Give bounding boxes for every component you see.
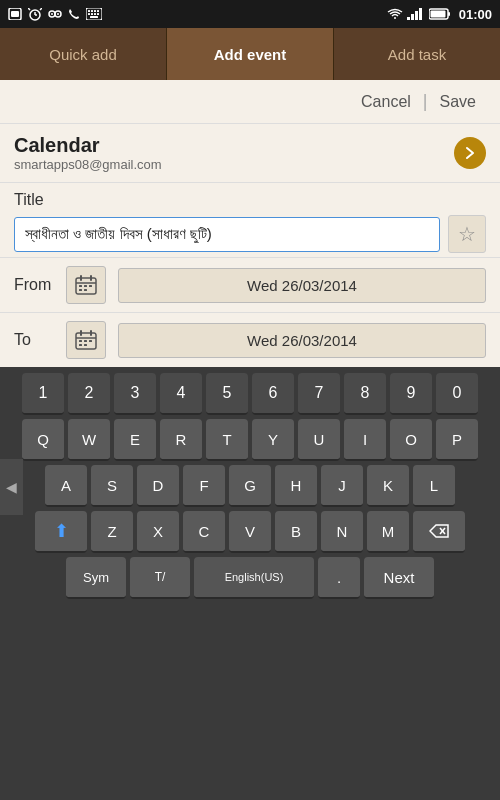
svg-rect-21 xyxy=(407,17,410,20)
status-icons-left xyxy=(8,8,102,21)
tab-bar: Quick add Add event Add task xyxy=(0,28,500,80)
language-key[interactable]: English(US) xyxy=(194,557,314,599)
keyboard-qwerty-row: Q W E R T Y U I O P xyxy=(4,419,496,461)
from-label: From xyxy=(14,276,54,294)
to-date-row: To Wed 26/03/2014 xyxy=(0,312,500,367)
key-6[interactable]: 6 xyxy=(252,373,294,415)
tripadvisor-icon xyxy=(48,8,62,20)
calendar-icon xyxy=(75,330,97,350)
key-m[interactable]: M xyxy=(367,511,409,553)
title-input[interactable] xyxy=(14,217,440,252)
key-q[interactable]: Q xyxy=(22,419,64,461)
key-o[interactable]: O xyxy=(390,419,432,461)
calendar-row: Calendar smartapps08@gmail.com xyxy=(0,124,500,183)
key-u[interactable]: U xyxy=(298,419,340,461)
cancel-button[interactable]: Cancel xyxy=(349,85,423,119)
svg-line-5 xyxy=(28,8,30,10)
next-key[interactable]: Next xyxy=(364,557,434,599)
calendar-email: smartapps08@gmail.com xyxy=(14,157,162,172)
key-r[interactable]: R xyxy=(160,419,202,461)
status-icons-right: 01:00 xyxy=(387,7,492,22)
key-5[interactable]: 5 xyxy=(206,373,248,415)
key-9[interactable]: 9 xyxy=(390,373,432,415)
backspace-key[interactable] xyxy=(413,511,465,553)
key-k[interactable]: K xyxy=(367,465,409,507)
svg-rect-33 xyxy=(84,285,87,287)
svg-rect-23 xyxy=(415,11,418,20)
tab-quick-add[interactable]: Quick add xyxy=(0,28,167,80)
svg-rect-43 xyxy=(89,340,92,342)
key-3[interactable]: 3 xyxy=(114,373,156,415)
to-date-value[interactable]: Wed 26/03/2014 xyxy=(118,323,486,358)
key-n[interactable]: N xyxy=(321,511,363,553)
svg-rect-20 xyxy=(90,16,98,18)
key-j[interactable]: J xyxy=(321,465,363,507)
keyboard: ◀ 1 2 3 4 5 6 7 8 9 0 Q W E R T Y U I O … xyxy=(0,367,500,607)
calendar-icon xyxy=(75,275,97,295)
chevron-right-icon xyxy=(465,146,475,160)
key-7[interactable]: 7 xyxy=(298,373,340,415)
calendar-arrow-button[interactable] xyxy=(454,137,486,169)
from-date-row: From Wed 26/03/2014 xyxy=(0,257,500,312)
status-bar: 01:00 xyxy=(0,0,500,28)
svg-rect-13 xyxy=(91,10,93,12)
wifi-icon xyxy=(387,8,403,20)
svg-rect-16 xyxy=(88,13,90,15)
svg-point-9 xyxy=(51,13,53,15)
svg-rect-24 xyxy=(419,8,422,20)
key-s[interactable]: S xyxy=(91,465,133,507)
keyboard-number-row: 1 2 3 4 5 6 7 8 9 0 xyxy=(4,373,496,415)
key-c[interactable]: C xyxy=(183,511,225,553)
star-button[interactable]: ☆ xyxy=(448,215,486,253)
from-calendar-button[interactable] xyxy=(66,266,106,304)
key-x[interactable]: X xyxy=(137,511,179,553)
svg-rect-34 xyxy=(89,285,92,287)
svg-rect-17 xyxy=(91,13,93,15)
key-w[interactable]: W xyxy=(68,419,110,461)
keyboard-bottom-row: Sym T/ English(US) . Next xyxy=(4,557,496,599)
key-f[interactable]: F xyxy=(183,465,225,507)
svg-rect-18 xyxy=(94,13,96,15)
key-b[interactable]: B xyxy=(275,511,317,553)
key-h[interactable]: H xyxy=(275,465,317,507)
to-calendar-button[interactable] xyxy=(66,321,106,359)
key-8[interactable]: 8 xyxy=(344,373,386,415)
key-t[interactable]: T xyxy=(206,419,248,461)
key-a[interactable]: A xyxy=(45,465,87,507)
backspace-icon xyxy=(429,524,449,538)
key-y[interactable]: Y xyxy=(252,419,294,461)
svg-rect-45 xyxy=(84,344,87,346)
save-button[interactable]: Save xyxy=(428,85,488,119)
key-d[interactable]: D xyxy=(137,465,179,507)
tab-add-event[interactable]: Add event xyxy=(167,28,334,80)
time-display: 01:00 xyxy=(459,7,492,22)
svg-rect-22 xyxy=(411,14,414,20)
key-4[interactable]: 4 xyxy=(160,373,202,415)
phone-icon xyxy=(68,8,80,20)
from-date-value[interactable]: Wed 26/03/2014 xyxy=(118,268,486,303)
key-z[interactable]: Z xyxy=(91,511,133,553)
key-i[interactable]: I xyxy=(344,419,386,461)
key-2[interactable]: 2 xyxy=(68,373,110,415)
svg-rect-44 xyxy=(79,344,82,346)
edit-icon-key[interactable]: T/ xyxy=(130,557,190,599)
key-v[interactable]: V xyxy=(229,511,271,553)
key-e[interactable]: E xyxy=(114,419,156,461)
key-g[interactable]: G xyxy=(229,465,271,507)
key-1[interactable]: 1 xyxy=(22,373,64,415)
key-0[interactable]: 0 xyxy=(436,373,478,415)
svg-point-10 xyxy=(57,13,59,15)
sim-icon xyxy=(8,8,22,20)
svg-rect-32 xyxy=(79,285,82,287)
svg-rect-35 xyxy=(79,289,82,291)
tab-add-task[interactable]: Add task xyxy=(334,28,500,80)
signal-icon xyxy=(407,8,425,20)
key-l[interactable]: L xyxy=(413,465,455,507)
sym-key[interactable]: Sym xyxy=(66,557,126,599)
title-section: Title ☆ xyxy=(0,183,500,257)
keyboard-side-arrow[interactable]: ◀ xyxy=(0,459,23,515)
calendar-name: Calendar xyxy=(14,134,162,157)
shift-key[interactable]: ⬆ xyxy=(35,511,87,553)
period-key[interactable]: . xyxy=(318,557,360,599)
key-p[interactable]: P xyxy=(436,419,478,461)
